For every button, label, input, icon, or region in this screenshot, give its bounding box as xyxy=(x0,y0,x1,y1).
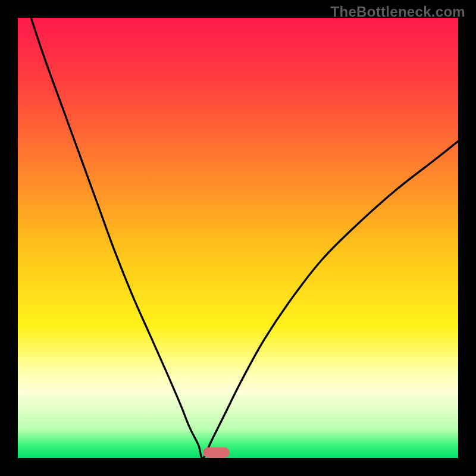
optimal-marker xyxy=(203,447,230,458)
gradient-background xyxy=(18,18,458,458)
plot-svg xyxy=(18,18,458,458)
watermark-text: TheBottleneck.com xyxy=(331,4,465,20)
chart-frame: TheBottleneck.com xyxy=(0,0,476,476)
plot-area xyxy=(18,18,458,458)
